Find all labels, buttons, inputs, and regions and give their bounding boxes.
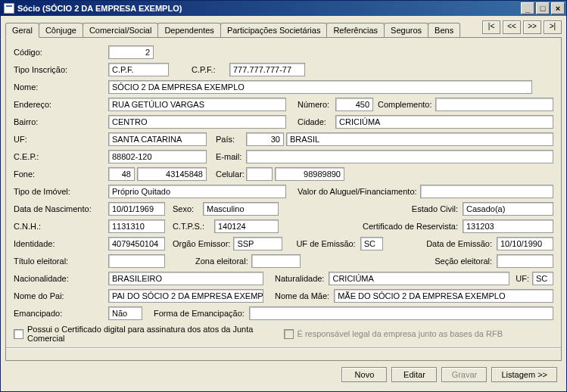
label-naturalidade: Naturalidade: bbox=[275, 274, 324, 283]
tab-participacoes[interactable]: Participações Societárias bbox=[220, 23, 328, 37]
tab-conjuge[interactable]: Cônjuge bbox=[39, 23, 83, 37]
nav-prev[interactable]: << bbox=[503, 20, 521, 34]
field-endereco[interactable]: RUA GETÚLIO VARGAS bbox=[108, 98, 286, 111]
field-data-emissao[interactable]: 10/10/1990 bbox=[497, 237, 553, 250]
label-nome-mae: Nome da Mãe: bbox=[275, 291, 329, 300]
field-bairro[interactable]: CENTRO bbox=[108, 115, 286, 129]
label-sexo: Sexo: bbox=[173, 204, 203, 213]
client-area: Geral Cônjuge Comercial/Social Dependent… bbox=[1, 16, 566, 391]
label-tipo-imovel: Tipo de Imóvel: bbox=[14, 187, 108, 196]
nav-first[interactable]: |< bbox=[482, 20, 500, 34]
label-check-certificado: Possui o Certificado digital para assina… bbox=[27, 325, 284, 343]
tab-dependentes[interactable]: Dependentes bbox=[157, 23, 220, 37]
label-data-emissao: Data de Emissão: bbox=[383, 239, 492, 248]
tab-comercial[interactable]: Comercial/Social bbox=[83, 23, 159, 37]
field-cpf[interactable]: 777.777.777-77 bbox=[229, 63, 305, 76]
field-data-nasc[interactable]: 10/01/1969 bbox=[108, 202, 165, 216]
field-codigo[interactable]: 2 bbox=[108, 45, 154, 59]
label-codigo: Código: bbox=[14, 48, 108, 57]
label-email: E-mail: bbox=[216, 152, 246, 161]
label-cpf: C.P.F.: bbox=[192, 65, 229, 74]
label-emancipado: Emancipado: bbox=[14, 309, 108, 318]
tab-geral[interactable]: Geral bbox=[5, 23, 39, 38]
maximize-button[interactable]: □ bbox=[536, 2, 550, 14]
button-bar: Novo Editar Gravar Listagem >> bbox=[5, 361, 562, 387]
field-nacionalidade[interactable]: BRASILEIRO bbox=[108, 272, 263, 285]
tab-bens[interactable]: Bens bbox=[428, 23, 460, 37]
field-secao-eleitoral[interactable] bbox=[497, 254, 553, 268]
tab-panel-geral: Código: 2 Tipo Inscrição: C.P.F. C.P.F.:… bbox=[5, 37, 562, 361]
tab-row: Geral Cônjuge Comercial/Social Dependent… bbox=[5, 20, 562, 37]
minimize-button[interactable]: _ bbox=[521, 2, 534, 14]
field-estado-civil[interactable]: Casado(a) bbox=[463, 202, 553, 216]
window: Sócio (SÓCIO 2 DA EMPRESA EXEMPLO) _ □ ×… bbox=[0, 0, 567, 392]
editar-button[interactable]: Editar bbox=[391, 367, 437, 382]
label-uf: UF: bbox=[14, 135, 108, 144]
tab-referencias[interactable]: Referências bbox=[326, 23, 385, 37]
label-uf2: UF: bbox=[516, 274, 529, 283]
field-nome-pai[interactable]: PAI DO SÓCIO 2 DA EMPRESA EXEMPLO bbox=[108, 289, 263, 303]
checkbox-responsavel-rfb bbox=[284, 329, 294, 339]
field-numero[interactable]: 450 bbox=[335, 98, 373, 111]
listagem-button[interactable]: Listagem >> bbox=[491, 367, 557, 382]
field-cidade[interactable]: CRICIÚMA bbox=[335, 115, 553, 129]
field-uf-emissao[interactable]: SC bbox=[360, 237, 383, 250]
label-uf-emissao: UF de Emissão: bbox=[296, 239, 355, 248]
field-tipo-imovel[interactable]: Próprio Quitado bbox=[108, 185, 286, 198]
field-valor-aluguel[interactable] bbox=[420, 185, 553, 198]
field-ctps[interactable]: 140124 bbox=[214, 219, 279, 233]
nav-last[interactable]: >| bbox=[544, 20, 562, 34]
field-cnh[interactable]: 1131310 bbox=[108, 219, 165, 233]
field-sexo[interactable]: Masculino bbox=[203, 202, 279, 216]
separator bbox=[6, 347, 561, 349]
field-celular-num[interactable]: 98989890 bbox=[275, 167, 344, 181]
label-nacionalidade: Nacionalidade: bbox=[14, 274, 108, 283]
field-emancipado[interactable]: Não bbox=[108, 306, 142, 320]
field-complemento[interactable] bbox=[435, 98, 553, 111]
close-button[interactable]: × bbox=[551, 2, 565, 14]
field-cert-reserv[interactable]: 131203 bbox=[463, 219, 553, 233]
field-identidade[interactable]: 4079450104 bbox=[108, 237, 165, 250]
label-fone: Fone: bbox=[14, 170, 108, 179]
label-identidade: Identidade: bbox=[14, 239, 108, 248]
field-tipo-inscricao[interactable]: C.P.F. bbox=[108, 63, 169, 76]
label-numero: Número: bbox=[298, 100, 335, 109]
label-nome-pai: Nome do Pai: bbox=[14, 291, 108, 300]
label-tipo-inscricao: Tipo Inscrição: bbox=[14, 65, 108, 74]
field-uf[interactable]: SANTA CATARINA bbox=[108, 132, 207, 146]
field-pais-cod[interactable]: 30 bbox=[246, 132, 284, 146]
field-pais-nome[interactable]: BRASIL bbox=[286, 132, 553, 146]
novo-button[interactable]: Novo bbox=[341, 367, 387, 382]
label-orgao-emissor: Orgão Emissor: bbox=[173, 239, 230, 248]
label-nome: Nome: bbox=[14, 82, 108, 92]
tab-seguros[interactable]: Seguros bbox=[384, 23, 428, 37]
field-celular-ddd[interactable] bbox=[246, 167, 273, 181]
field-orgao-emissor[interactable]: SSP bbox=[233, 237, 282, 250]
nav-next[interactable]: >> bbox=[523, 20, 541, 34]
label-secao-eleitoral: Seção eleitoral: bbox=[301, 257, 492, 266]
field-forma-emancipacao[interactable] bbox=[249, 306, 553, 320]
label-titulo-eleitoral: Título eleitoral: bbox=[14, 257, 108, 266]
label-zona-eleitoral: Zona eleitoral: bbox=[195, 257, 248, 266]
label-data-nasc: Data de Nascimento: bbox=[14, 204, 108, 213]
label-celular: Celular: bbox=[216, 170, 246, 179]
label-cnh: C.N.H.: bbox=[14, 222, 108, 231]
field-titulo-eleitoral[interactable] bbox=[108, 254, 165, 268]
label-cert-reserv: Certificado de Reservista: bbox=[279, 222, 458, 231]
app-icon bbox=[4, 3, 14, 14]
field-naturalidade[interactable]: CRICIÚMA bbox=[329, 272, 509, 285]
field-nome-mae[interactable]: MÃE DO SÓCIO 2 DA EMPRESA EXEMPLO bbox=[334, 289, 553, 303]
label-forma-emancipacao: Forma de Emancipação: bbox=[154, 309, 245, 318]
field-fone-ddd[interactable]: 48 bbox=[108, 167, 135, 181]
field-cep[interactable]: 88802-120 bbox=[108, 150, 207, 163]
field-nome[interactable]: SÓCIO 2 DA EMPRESA EXEMPLO bbox=[108, 80, 532, 94]
field-email[interactable] bbox=[246, 150, 553, 163]
field-fone-num[interactable]: 43145848 bbox=[137, 167, 207, 181]
field-zona-eleitoral[interactable] bbox=[251, 254, 301, 268]
field-naturalidade-uf[interactable]: SC bbox=[532, 272, 553, 285]
label-pais: País: bbox=[216, 135, 246, 144]
checkbox-certificado-digital[interactable] bbox=[14, 329, 23, 339]
label-cep: C.E.P.: bbox=[14, 152, 108, 161]
titlebar: Sócio (SÓCIO 2 DA EMPRESA EXEMPLO) _ □ × bbox=[1, 1, 566, 16]
label-complemento: Complemento: bbox=[378, 100, 432, 109]
